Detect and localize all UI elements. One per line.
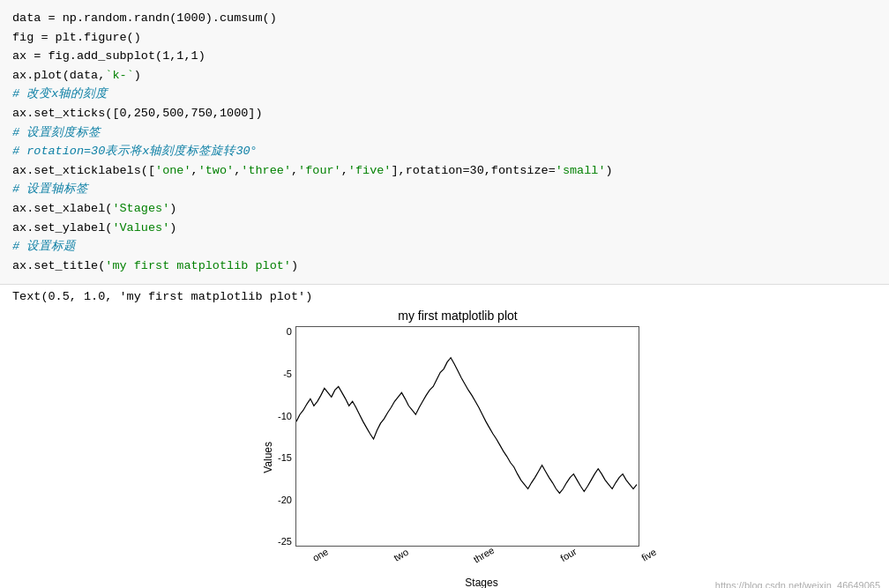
y-tick-label: -5 bbox=[283, 368, 292, 379]
x-tick-label: four bbox=[558, 547, 578, 564]
code-line: ax.set_title('my first matplotlib plot') bbox=[12, 257, 877, 276]
y-axis-labels: 0-5-10-15-20-25 bbox=[278, 326, 295, 547]
chart-area: Values 0-5-10-15-20-25 bbox=[262, 326, 654, 588]
y-axis-label: Values bbox=[262, 442, 274, 473]
y-tick-label: -15 bbox=[278, 452, 292, 463]
page: data = np.random.randn(1000).cumsum()fig… bbox=[0, 0, 889, 588]
x-tick-labels: onetwothreefourfive bbox=[310, 547, 654, 561]
x-tick-label: three bbox=[472, 545, 497, 565]
y-tick-label: -20 bbox=[278, 495, 292, 505]
code-line: ax.set_ylabel('Values') bbox=[12, 219, 877, 238]
x-tick-label: two bbox=[392, 547, 410, 563]
code-line: # rotation=30表示将x轴刻度标签旋转30° bbox=[12, 142, 877, 161]
x-axis-area: onetwothreefourfive Stages bbox=[310, 547, 654, 588]
output-section: Text(0.5, 1.0, 'my first matplotlib plot… bbox=[0, 285, 889, 588]
code-line: # 设置刻度标签 bbox=[12, 123, 877, 143]
code-line: # 改变x轴的刻度 bbox=[12, 85, 877, 104]
code-line: ax.plot(data,`k-`) bbox=[12, 66, 877, 86]
x-axis-label: Stages bbox=[310, 577, 654, 588]
x-tick-label: one bbox=[310, 547, 330, 564]
plot-wrapper: 0-5-10-15-20-25 bbox=[278, 326, 654, 547]
plot-box bbox=[295, 326, 639, 547]
y-tick-label: -25 bbox=[278, 536, 292, 547]
code-line: # 设置标题 bbox=[12, 237, 877, 257]
code-line: # 设置轴标签 bbox=[12, 180, 877, 199]
output-text: Text(0.5, 1.0, 'my first matplotlib plot… bbox=[12, 290, 877, 303]
x-tick-label: five bbox=[639, 547, 658, 563]
y-tick-label: -10 bbox=[278, 411, 292, 421]
chart-with-axes: 0-5-10-15-20-25 onetwothreefourfive bbox=[278, 326, 654, 588]
chart-title: my first matplotlib plot bbox=[398, 309, 517, 323]
code-line: ax = fig.add_subplot(1,1,1) bbox=[12, 47, 877, 66]
code-line: data = np.random.randn(1000).cumsum() bbox=[12, 9, 877, 28]
chart-svg bbox=[296, 327, 639, 546]
code-section: data = np.random.randn(1000).cumsum()fig… bbox=[0, 0, 889, 285]
code-line: ax.set_xticks([0,250,500,750,1000]) bbox=[12, 104, 877, 123]
code-line: ax.set_xticklabels(['one','two','three',… bbox=[12, 161, 877, 181]
code-line: fig = plt.figure() bbox=[12, 28, 877, 48]
y-tick-label: 0 bbox=[287, 326, 292, 337]
chart-container: my first matplotlib plot Values 0-5-10-1… bbox=[12, 309, 877, 588]
code-line: ax.set_xlabel('Stages') bbox=[12, 199, 877, 219]
watermark: https://blog.csdn.net/weixin_46649065 bbox=[715, 580, 880, 588]
